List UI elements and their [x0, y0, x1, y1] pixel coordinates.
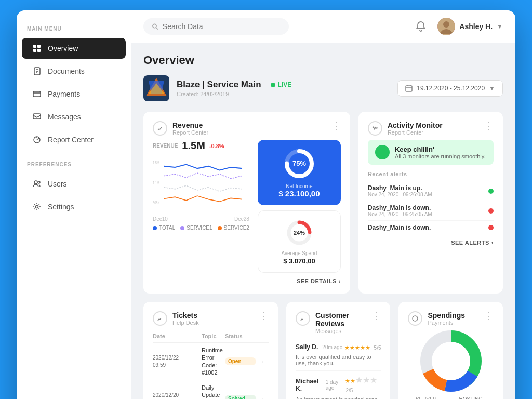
- legend-service1: SERVICE1: [180, 225, 212, 231]
- svg-point-13: [34, 181, 37, 184]
- search-icon: [152, 23, 158, 30]
- legend-hosting: HOSTING (40%): [452, 396, 494, 399]
- service-details: Blaze | Service Main LIVE Created: 24/02…: [177, 79, 291, 97]
- sidebar-report-label: Report Center: [48, 136, 94, 144]
- messages-icon: [32, 112, 42, 122]
- svg-line-45: [302, 319, 303, 320]
- search-box[interactable]: [143, 18, 289, 35]
- spendings-menu-icon[interactable]: ⋮: [484, 311, 494, 321]
- settings-icon: [32, 202, 42, 211]
- recent-alerts-title: Recent alerts: [368, 171, 494, 177]
- sidebar: MAIN MENU Overview Documents: [17, 10, 131, 399]
- revenue-menu-icon[interactable]: ⋮: [331, 121, 341, 130]
- tickets-table-header: Date Topic Status: [153, 330, 269, 343]
- avg-spend-card: 24% Average Spend $ 3.070,00: [258, 210, 341, 273]
- arrow-right-icon: ›: [339, 278, 341, 284]
- date-picker[interactable]: 19.12.2020 - 25.12.2020 ▼: [397, 80, 503, 97]
- svg-line-17: [156, 28, 158, 29]
- sidebar-item-payments[interactable]: Payments: [22, 84, 126, 104]
- chevron-down-icon: ▼: [497, 23, 503, 30]
- user-profile[interactable]: Ashley H. ▼: [437, 18, 503, 35]
- sidebar-messages-label: Messages: [48, 113, 81, 121]
- activity-card: Activity Monitor Report Center ⋮ Keep ch…: [358, 112, 503, 294]
- legend-total: TOTAL: [153, 225, 175, 231]
- revenue-icon: [153, 121, 167, 136]
- ticket-row-1[interactable]: 2020/12/2012:54 Daily UpdateRenew Issues…: [153, 380, 269, 399]
- sidebar-payments-label: Payments: [48, 90, 80, 98]
- activity-menu-icon[interactable]: ⋮: [484, 121, 494, 130]
- topbar-right: Ashley H. ▼: [413, 18, 503, 35]
- revenue-title-group: Revenue Report Center: [153, 121, 208, 136]
- notification-icon[interactable]: [413, 18, 429, 35]
- svg-point-15: [36, 206, 38, 208]
- legend-server: SERVER (20%): [408, 396, 449, 399]
- svg-line-31: [161, 127, 162, 128]
- grid-icon: [32, 44, 42, 53]
- ticket-row-0[interactable]: 2020/12/2209:59 Runtime ErrorCode: #1002…: [153, 343, 269, 380]
- svg-line-44: [301, 319, 302, 321]
- content-area: Overview Blaze | Se: [131, 43, 515, 399]
- tickets-icon: [153, 311, 167, 326]
- svg-point-16: [153, 24, 156, 28]
- net-income-value: $ 23.100,00: [265, 189, 334, 198]
- service-logo: [143, 75, 169, 101]
- svg-rect-2: [33, 49, 36, 52]
- revenue-title: Revenue: [172, 121, 208, 129]
- sidebar-documents-label: Documents: [48, 67, 85, 75]
- document-icon: [32, 66, 42, 76]
- service-name: Blaze | Service Main: [177, 79, 261, 90]
- revenue-see-details[interactable]: SEE DETAILS ›: [153, 278, 341, 284]
- svg-rect-24: [406, 86, 412, 91]
- chart-labels: Dec10 Dec28: [153, 216, 249, 222]
- revenue-label: REVENUE: [153, 143, 178, 149]
- user-name: Ashley H.: [459, 22, 493, 31]
- svg-text:24%: 24%: [294, 230, 305, 236]
- activity-see-alerts[interactable]: SEE ALERTS ›: [368, 240, 494, 246]
- activity-icon: [368, 121, 382, 136]
- review-0: Sally D. 20m ago ★★★★★ 5/5 It is over qu…: [296, 338, 381, 371]
- spendings-card-header: Spendings Payments ⋮: [408, 311, 494, 326]
- svg-text:608K: 608K: [153, 200, 159, 206]
- revenue-subtitle: Report Center: [172, 129, 208, 136]
- avg-spend-label: Average Spend: [265, 250, 333, 256]
- page-title: Overview: [143, 54, 503, 67]
- revenue-metrics: 75% Net Income $ 23.100,00: [258, 140, 341, 273]
- tickets-menu-icon[interactable]: ⋮: [259, 311, 269, 321]
- svg-rect-8: [33, 91, 41, 97]
- net-income-donut: 75%: [265, 147, 334, 180]
- ticket-arrow-0[interactable]: →: [258, 358, 269, 365]
- ticket-arrow-1[interactable]: →: [258, 395, 269, 399]
- spendings-legend: SERVER (20%) HOSTING (40%) SERVICES (15%…: [408, 396, 494, 399]
- calendar-icon: [405, 85, 413, 92]
- revenue-chart-area: REVENUE 1.5M -0.8% 1.5M 1.1M 608K: [153, 140, 249, 273]
- reviews-list: Sally D. 20m ago ★★★★★ 5/5 It is over qu…: [296, 338, 381, 399]
- svg-point-19: [443, 21, 449, 28]
- review-1: Michael K. 1 day ago ★★★★★ 2/5 An improv…: [296, 371, 381, 399]
- chart-legend: TOTAL SERVICE1 SERVICE2: [153, 225, 249, 231]
- alerts-list: Dashy_Main is up. Nov 24, 2020 | 09:26:0…: [368, 181, 494, 234]
- sidebar-item-report-center[interactable]: Report Center: [22, 129, 126, 150]
- spendings-icon: [408, 311, 422, 326]
- reviews-title: Customer Reviews: [315, 311, 372, 328]
- alert-item-0: Dashy_Main is up. Nov 24, 2020 | 09:26:0…: [368, 181, 494, 201]
- sidebar-item-documents[interactable]: Documents: [22, 61, 126, 82]
- sidebar-settings-label: Settings: [48, 203, 74, 211]
- preferences-label: PREFERENCES: [17, 162, 131, 172]
- search-input[interactable]: [163, 22, 281, 31]
- users-icon: [32, 179, 42, 189]
- sidebar-item-messages[interactable]: Messages: [22, 107, 126, 127]
- svg-text:1.1M: 1.1M: [153, 180, 159, 186]
- service-info: Blaze | Service Main LIVE Created: 24/02…: [143, 75, 291, 101]
- green-pulse-icon: [375, 145, 390, 159]
- sidebar-item-overview[interactable]: Overview: [22, 38, 126, 59]
- reviews-title-group: Customer Reviews Messages: [296, 311, 372, 334]
- svg-text:75%: 75%: [292, 159, 306, 167]
- tickets-card: Tickets Help Desk ⋮ Date Topic Status: [143, 302, 278, 399]
- revenue-card-header: Revenue Report Center ⋮: [153, 121, 341, 136]
- tickets-title-group: Tickets Help Desk: [153, 311, 199, 326]
- reviews-menu-icon[interactable]: ⋮: [371, 311, 381, 321]
- keep-chillin-banner: Keep chillin' All 3 monitors are running…: [368, 140, 494, 165]
- sidebar-item-users[interactable]: Users: [22, 174, 126, 194]
- sidebar-item-settings[interactable]: Settings: [22, 196, 126, 217]
- legend-service2: SERVICE2: [218, 225, 249, 231]
